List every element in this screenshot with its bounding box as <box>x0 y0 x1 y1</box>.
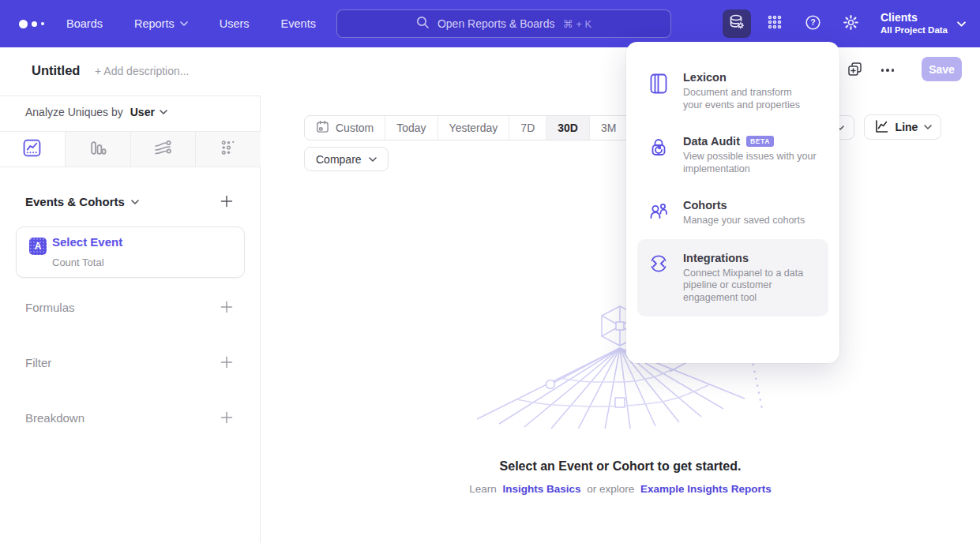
project-selector[interactable]: Clients All Project Data <box>880 11 966 36</box>
menu-item-title: Data Audit <box>683 135 740 148</box>
menu-item-description: Connect Mixpanel to a data pipeline or c… <box>683 268 803 305</box>
empty-state-title: Select an Event or Cohort to get started… <box>261 459 980 474</box>
flow-icon <box>153 138 172 160</box>
nav-item-events[interactable]: Events <box>281 17 316 30</box>
add-formula-button[interactable] <box>220 300 234 314</box>
menu-item-description: Manage your saved cohorts <box>683 215 805 227</box>
select-event-label[interactable]: Select Event <box>52 235 122 249</box>
tab-flow-chart[interactable] <box>130 132 196 167</box>
data-management-menu: Lexicon Document and transform your even… <box>626 42 839 363</box>
menu-item-description: Document and transform your events and p… <box>683 87 800 111</box>
chevron-down-icon <box>369 157 377 162</box>
insights-basics-link[interactable]: Insights Basics <box>502 483 580 495</box>
menu-item-integrations[interactable]: Integrations Connect Mixpanel to a data … <box>637 239 828 317</box>
mixpanel-logo[interactable] <box>19 20 55 28</box>
menu-item-lexicon[interactable]: Lexicon Document and transform your even… <box>637 59 828 123</box>
tab-insights-line[interactable] <box>0 132 65 167</box>
empty-state-links: Learn Insights Basics or explore Example… <box>261 483 980 495</box>
beta-badge: BETA <box>746 136 774 147</box>
explore-prefix: or explore <box>587 483 634 495</box>
date-range-selector: Custom Today Yesterday 7D 30D 3M 6M <box>304 115 666 140</box>
range-today[interactable]: Today <box>385 116 437 140</box>
formulas-section-label: Formulas <box>25 301 75 314</box>
lexicon-icon <box>648 71 670 111</box>
menu-item-title: Cohorts <box>683 199 727 212</box>
org-name: Clients <box>880 11 948 24</box>
data-audit-icon <box>648 135 670 175</box>
analyze-row: Analyze Uniques by User <box>25 106 167 118</box>
add-breakdown-button[interactable] <box>220 410 234 425</box>
report-title[interactable]: Untitled <box>32 63 80 78</box>
gear-icon <box>843 14 859 34</box>
query-sidebar: Analyze Uniques by User <box>0 96 261 543</box>
search-placeholder: Open Reports & Boards <box>437 17 555 30</box>
range-custom[interactable]: Custom <box>305 116 385 140</box>
save-button[interactable]: Save <box>922 57 962 81</box>
example-reports-link[interactable]: Example Insights Reports <box>640 483 772 495</box>
grid-dots-icon <box>767 14 783 33</box>
range-3m[interactable]: 3M <box>590 116 628 140</box>
analyze-by-dropdown[interactable]: User <box>130 106 167 118</box>
chevron-down-icon <box>180 21 188 26</box>
tab-metric[interactable] <box>195 132 261 167</box>
menu-item-title: Integrations <box>683 252 749 264</box>
menu-item-data-audit[interactable]: Data Audit BETA View possible issues wit… <box>637 123 828 187</box>
duplicate-button[interactable] <box>845 61 864 80</box>
integrations-icon <box>648 252 670 305</box>
bar-chart-icon <box>88 139 107 160</box>
filter-section-label: Filter <box>25 356 51 369</box>
svg-text:?: ? <box>810 17 815 27</box>
line-axis-icon <box>873 118 889 137</box>
menu-item-description: View possible issues with your implement… <box>683 151 817 175</box>
menu-item-cohorts[interactable]: Cohorts Manage your saved cohorts <box>637 187 828 239</box>
events-cohorts-header[interactable]: Events & Cohorts <box>25 195 139 208</box>
chevron-down-icon <box>957 21 966 27</box>
top-nav: Boards Reports Users Events Open Reports… <box>0 0 980 47</box>
global-search-input[interactable]: Open Reports & Boards ⌘ + K <box>336 9 671 38</box>
cohorts-icon <box>648 199 670 227</box>
search-icon <box>416 16 430 32</box>
select-event-card[interactable]: A Select Event Count Total <box>16 227 245 278</box>
duplicate-icon <box>847 62 862 80</box>
breakdown-section-label: Breakdown <box>25 411 84 425</box>
dots-grid-icon <box>220 139 238 160</box>
series-badge: A <box>29 238 47 255</box>
nav-item-boards[interactable]: Boards <box>66 17 103 30</box>
project-name: All Project Data <box>880 24 948 36</box>
question-circle-icon: ? <box>805 14 821 34</box>
compare-button[interactable]: Compare <box>304 147 389 171</box>
nav-item-reports[interactable]: Reports <box>134 17 188 30</box>
tab-bar-chart[interactable] <box>65 132 130 167</box>
nav-items: Boards Reports Users Events <box>66 17 316 30</box>
add-description-field[interactable]: + Add description... <box>95 65 189 77</box>
chart-type-dropdown-button[interactable]: Line <box>864 114 941 140</box>
database-gear-icon <box>728 13 745 34</box>
add-filter-button[interactable] <box>220 355 234 369</box>
menu-item-title: Lexicon <box>683 71 727 84</box>
range-7d[interactable]: 7D <box>509 116 546 140</box>
count-total-label[interactable]: Count Total <box>52 257 104 268</box>
calendar-icon <box>316 120 329 136</box>
line-chart-icon <box>23 139 41 160</box>
data-management-button[interactable] <box>723 9 751 38</box>
add-event-button[interactable] <box>220 194 234 208</box>
chevron-down-icon <box>131 200 139 204</box>
settings-button[interactable] <box>836 9 865 38</box>
range-yesterday[interactable]: Yesterday <box>438 116 510 140</box>
more-options-button[interactable] <box>877 61 899 80</box>
learn-prefix: Learn <box>469 483 497 495</box>
nav-item-users[interactable]: Users <box>220 17 250 30</box>
range-30d[interactable]: 30D <box>546 116 590 140</box>
chevron-down-icon <box>160 110 167 114</box>
analyze-label: Analyze Uniques by <box>25 106 123 118</box>
visualization-tabs <box>0 131 261 167</box>
apps-grid-button[interactable] <box>760 9 789 38</box>
chevron-down-icon <box>924 125 932 129</box>
help-button[interactable]: ? <box>798 9 827 38</box>
search-shortcut: ⌘ + K <box>563 18 592 30</box>
